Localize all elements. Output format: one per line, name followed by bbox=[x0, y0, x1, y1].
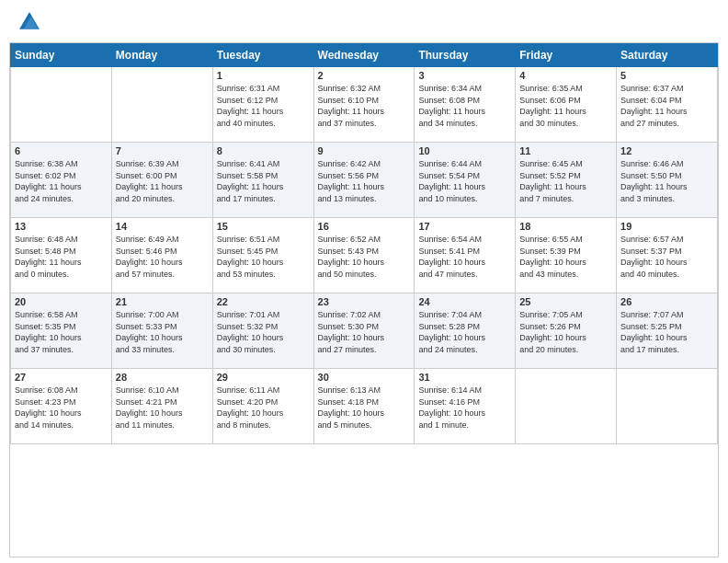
calendar-cell: 1Sunrise: 6:31 AM Sunset: 6:12 PM Daylig… bbox=[212, 67, 313, 143]
day-number: 14 bbox=[116, 221, 209, 232]
day-info: Sunrise: 6:49 AM Sunset: 5:46 PM Dayligh… bbox=[116, 234, 209, 280]
day-number: 1 bbox=[217, 70, 310, 81]
day-info: Sunrise: 6:39 AM Sunset: 6:00 PM Dayligh… bbox=[116, 158, 209, 204]
calendar-cell: 5Sunrise: 6:37 AM Sunset: 6:04 PM Daylig… bbox=[617, 67, 718, 143]
week-row-1: 6Sunrise: 6:38 AM Sunset: 6:02 PM Daylig… bbox=[11, 143, 718, 218]
header-row: SundayMondayTuesdayWednesdayThursdayFrid… bbox=[11, 44, 718, 67]
day-info: Sunrise: 7:01 AM Sunset: 5:32 PM Dayligh… bbox=[217, 309, 310, 355]
day-info: Sunrise: 6:13 AM Sunset: 4:18 PM Dayligh… bbox=[318, 385, 411, 431]
day-info: Sunrise: 6:55 AM Sunset: 5:39 PM Dayligh… bbox=[519, 234, 612, 280]
header-cell-tuesday: Tuesday bbox=[212, 44, 313, 67]
day-info: Sunrise: 6:14 AM Sunset: 4:16 PM Dayligh… bbox=[418, 385, 511, 431]
day-number: 26 bbox=[620, 296, 713, 307]
calendar-cell: 4Sunrise: 6:35 AM Sunset: 6:06 PM Daylig… bbox=[516, 67, 617, 143]
calendar-cell: 16Sunrise: 6:52 AM Sunset: 5:43 PM Dayli… bbox=[313, 218, 415, 293]
day-info: Sunrise: 7:04 AM Sunset: 5:28 PM Dayligh… bbox=[418, 309, 511, 355]
calendar-cell: 23Sunrise: 7:02 AM Sunset: 5:30 PM Dayli… bbox=[313, 293, 415, 369]
day-number: 7 bbox=[116, 145, 209, 156]
day-number: 17 bbox=[418, 221, 511, 232]
day-number: 29 bbox=[217, 372, 310, 383]
day-info: Sunrise: 6:45 AM Sunset: 5:52 PM Dayligh… bbox=[519, 158, 612, 204]
calendar-cell bbox=[11, 67, 112, 143]
day-number: 28 bbox=[116, 372, 209, 383]
day-number: 5 bbox=[620, 70, 713, 81]
week-row-3: 20Sunrise: 6:58 AM Sunset: 5:35 PM Dayli… bbox=[11, 293, 718, 369]
day-info: Sunrise: 6:54 AM Sunset: 5:41 PM Dayligh… bbox=[418, 234, 511, 280]
day-info: Sunrise: 6:35 AM Sunset: 6:06 PM Dayligh… bbox=[519, 83, 612, 129]
header bbox=[0, 0, 728, 39]
day-number: 19 bbox=[620, 221, 713, 232]
day-number: 8 bbox=[217, 145, 310, 156]
page: SundayMondayTuesdayWednesdayThursdayFrid… bbox=[0, 0, 728, 563]
calendar: SundayMondayTuesdayWednesdayThursdayFrid… bbox=[9, 42, 719, 557]
calendar-cell: 26Sunrise: 7:07 AM Sunset: 5:25 PM Dayli… bbox=[617, 293, 718, 369]
day-number: 12 bbox=[620, 145, 713, 156]
calendar-cell: 24Sunrise: 7:04 AM Sunset: 5:28 PM Dayli… bbox=[415, 293, 516, 369]
calendar-cell: 13Sunrise: 6:48 AM Sunset: 5:48 PM Dayli… bbox=[11, 218, 112, 293]
day-info: Sunrise: 6:44 AM Sunset: 5:54 PM Dayligh… bbox=[418, 158, 511, 204]
day-info: Sunrise: 6:42 AM Sunset: 5:56 PM Dayligh… bbox=[318, 158, 411, 204]
week-row-2: 13Sunrise: 6:48 AM Sunset: 5:48 PM Dayli… bbox=[11, 218, 718, 293]
week-row-4: 27Sunrise: 6:08 AM Sunset: 4:23 PM Dayli… bbox=[11, 369, 718, 444]
calendar-cell: 8Sunrise: 6:41 AM Sunset: 5:58 PM Daylig… bbox=[212, 143, 313, 218]
header-cell-wednesday: Wednesday bbox=[313, 44, 415, 67]
calendar-header: SundayMondayTuesdayWednesdayThursdayFrid… bbox=[11, 44, 718, 67]
day-info: Sunrise: 6:41 AM Sunset: 5:58 PM Dayligh… bbox=[217, 158, 310, 204]
calendar-cell: 6Sunrise: 6:38 AM Sunset: 6:02 PM Daylig… bbox=[11, 143, 112, 218]
day-number: 25 bbox=[519, 296, 612, 307]
day-info: Sunrise: 6:46 AM Sunset: 5:50 PM Dayligh… bbox=[620, 158, 713, 204]
calendar-cell: 27Sunrise: 6:08 AM Sunset: 4:23 PM Dayli… bbox=[11, 369, 112, 444]
day-info: Sunrise: 6:51 AM Sunset: 5:45 PM Dayligh… bbox=[217, 234, 310, 280]
week-row-0: 1Sunrise: 6:31 AM Sunset: 6:12 PM Daylig… bbox=[11, 67, 718, 143]
header-cell-monday: Monday bbox=[111, 44, 212, 67]
calendar-cell: 21Sunrise: 7:00 AM Sunset: 5:33 PM Dayli… bbox=[111, 293, 212, 369]
day-number: 11 bbox=[519, 145, 612, 156]
day-info: Sunrise: 7:00 AM Sunset: 5:33 PM Dayligh… bbox=[116, 309, 209, 355]
day-number: 9 bbox=[318, 145, 411, 156]
calendar-cell: 3Sunrise: 6:34 AM Sunset: 6:08 PM Daylig… bbox=[415, 67, 516, 143]
day-info: Sunrise: 6:48 AM Sunset: 5:48 PM Dayligh… bbox=[15, 234, 108, 280]
day-number: 6 bbox=[15, 145, 108, 156]
day-number: 16 bbox=[318, 221, 411, 232]
day-number: 21 bbox=[116, 296, 209, 307]
day-info: Sunrise: 6:34 AM Sunset: 6:08 PM Dayligh… bbox=[418, 83, 511, 129]
day-number: 15 bbox=[217, 221, 310, 232]
day-info: Sunrise: 6:10 AM Sunset: 4:21 PM Dayligh… bbox=[116, 385, 209, 431]
day-number: 22 bbox=[217, 296, 310, 307]
day-number: 13 bbox=[15, 221, 108, 232]
day-number: 23 bbox=[318, 296, 411, 307]
day-number: 30 bbox=[318, 372, 411, 383]
calendar-cell: 19Sunrise: 6:57 AM Sunset: 5:37 PM Dayli… bbox=[617, 218, 718, 293]
calendar-cell: 10Sunrise: 6:44 AM Sunset: 5:54 PM Dayli… bbox=[415, 143, 516, 218]
day-number: 27 bbox=[15, 372, 108, 383]
calendar-cell: 12Sunrise: 6:46 AM Sunset: 5:50 PM Dayli… bbox=[617, 143, 718, 218]
day-info: Sunrise: 6:37 AM Sunset: 6:04 PM Dayligh… bbox=[620, 83, 713, 129]
calendar-cell: 29Sunrise: 6:11 AM Sunset: 4:20 PM Dayli… bbox=[212, 369, 313, 444]
calendar-cell bbox=[617, 369, 718, 444]
day-number: 24 bbox=[418, 296, 511, 307]
header-cell-sunday: Sunday bbox=[11, 44, 112, 67]
day-number: 31 bbox=[418, 372, 511, 383]
calendar-cell: 15Sunrise: 6:51 AM Sunset: 5:45 PM Dayli… bbox=[212, 218, 313, 293]
day-info: Sunrise: 6:31 AM Sunset: 6:12 PM Dayligh… bbox=[217, 83, 310, 129]
day-info: Sunrise: 6:38 AM Sunset: 6:02 PM Dayligh… bbox=[15, 158, 108, 204]
day-info: Sunrise: 6:11 AM Sunset: 4:20 PM Dayligh… bbox=[217, 385, 310, 431]
day-info: Sunrise: 7:05 AM Sunset: 5:26 PM Dayligh… bbox=[519, 309, 612, 355]
day-info: Sunrise: 7:07 AM Sunset: 5:25 PM Dayligh… bbox=[620, 309, 713, 355]
header-cell-friday: Friday bbox=[516, 44, 617, 67]
day-number: 10 bbox=[418, 145, 511, 156]
header-cell-saturday: Saturday bbox=[617, 44, 718, 67]
calendar-cell: 2Sunrise: 6:32 AM Sunset: 6:10 PM Daylig… bbox=[313, 67, 415, 143]
calendar-cell bbox=[111, 67, 212, 143]
day-info: Sunrise: 6:32 AM Sunset: 6:10 PM Dayligh… bbox=[318, 83, 411, 129]
calendar-cell: 22Sunrise: 7:01 AM Sunset: 5:32 PM Dayli… bbox=[212, 293, 313, 369]
day-info: Sunrise: 6:57 AM Sunset: 5:37 PM Dayligh… bbox=[620, 234, 713, 280]
day-info: Sunrise: 6:52 AM Sunset: 5:43 PM Dayligh… bbox=[318, 234, 411, 280]
calendar-cell: 11Sunrise: 6:45 AM Sunset: 5:52 PM Dayli… bbox=[516, 143, 617, 218]
header-cell-thursday: Thursday bbox=[415, 44, 516, 67]
day-number: 18 bbox=[519, 221, 612, 232]
calendar-cell: 20Sunrise: 6:58 AM Sunset: 5:35 PM Dayli… bbox=[11, 293, 112, 369]
day-info: Sunrise: 6:58 AM Sunset: 5:35 PM Dayligh… bbox=[15, 309, 108, 355]
calendar-table: SundayMondayTuesdayWednesdayThursdayFrid… bbox=[10, 43, 718, 444]
calendar-cell: 14Sunrise: 6:49 AM Sunset: 5:46 PM Dayli… bbox=[111, 218, 212, 293]
